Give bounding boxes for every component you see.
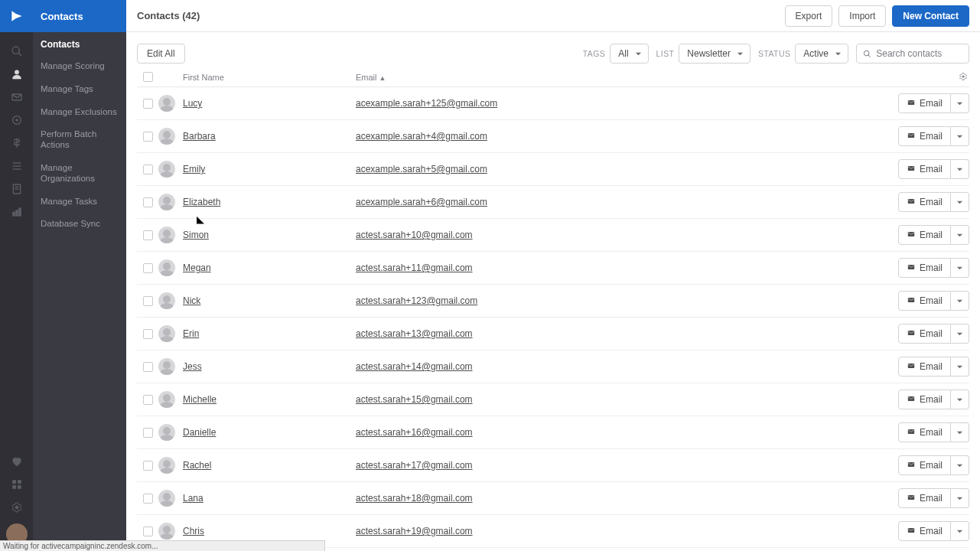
contact-name-link[interactable]: Michelle <box>183 394 217 405</box>
sidenav-item[interactable]: Manage Tags <box>33 78 126 101</box>
row-checkbox[interactable] <box>143 165 153 174</box>
col-first-name[interactable]: First Name <box>183 73 356 82</box>
lists-icon[interactable] <box>0 155 33 178</box>
sidenav-item[interactable]: Manage Scoring <box>33 55 126 78</box>
new-contact-button[interactable]: New Contact <box>892 5 969 27</box>
row-checkbox[interactable] <box>143 461 153 471</box>
row-checkbox[interactable] <box>143 263 153 273</box>
email-button[interactable]: Email <box>898 521 951 541</box>
row-checkbox[interactable] <box>143 494 153 504</box>
row-actions-dropdown[interactable] <box>951 390 969 409</box>
row-actions-dropdown[interactable] <box>951 291 969 311</box>
row-actions-dropdown[interactable] <box>951 422 969 442</box>
sidenav-item[interactable]: Database Sync <box>33 213 126 236</box>
contact-name-link[interactable]: Jess <box>183 361 202 372</box>
contact-email-link[interactable]: acexample.sarah+5@gmail.com <box>356 164 487 174</box>
col-email[interactable]: Email▲ <box>356 73 969 82</box>
row-checkbox[interactable] <box>143 132 153 142</box>
email-button[interactable]: Email <box>898 192 951 212</box>
sidenav-item[interactable]: Perform Batch Actions <box>33 123 126 157</box>
deals-icon[interactable] <box>0 132 33 155</box>
email-button[interactable]: Email <box>898 324 951 344</box>
contact-name-link[interactable]: Erin <box>183 328 199 339</box>
row-checkbox[interactable] <box>143 362 153 372</box>
row-checkbox[interactable] <box>143 230 153 240</box>
row-actions-dropdown[interactable] <box>951 225 969 245</box>
contact-email-link[interactable]: actest.sarah+16@gmail.com <box>356 427 473 438</box>
email-button[interactable]: Email <box>898 159 951 179</box>
forms-icon[interactable] <box>0 178 33 201</box>
search-box[interactable] <box>856 44 969 64</box>
row-actions-dropdown[interactable] <box>951 258 969 278</box>
row-actions-dropdown[interactable] <box>951 126 969 146</box>
row-actions-dropdown[interactable] <box>951 159 969 179</box>
contact-name-link[interactable]: Lana <box>183 493 203 504</box>
contact-email-link[interactable]: actest.sarah+123@gmail.com <box>356 295 477 306</box>
contact-email-link[interactable]: actest.sarah+15@gmail.com <box>356 394 473 405</box>
mail-icon[interactable] <box>0 86 33 109</box>
contact-name-link[interactable]: Rachel <box>183 460 211 471</box>
contact-email-link[interactable]: actest.sarah+10@gmail.com <box>356 230 473 240</box>
contact-email-link[interactable]: acexample.sarah+6@gmail.com <box>356 197 487 207</box>
contact-name-link[interactable]: Megan <box>183 262 211 273</box>
row-actions-dropdown[interactable] <box>951 357 969 377</box>
contact-name-link[interactable]: Elizabeth <box>183 197 220 207</box>
export-button[interactable]: Export <box>785 5 833 27</box>
row-actions-dropdown[interactable] <box>951 93 969 113</box>
email-button[interactable]: Email <box>898 291 951 311</box>
logo[interactable] <box>0 0 33 32</box>
list-dropdown[interactable]: Newsletter <box>679 44 750 64</box>
apps-icon[interactable] <box>0 473 33 496</box>
contact-email-link[interactable]: actest.sarah+14@gmail.com <box>356 361 473 372</box>
tags-dropdown[interactable]: All <box>610 44 648 64</box>
contact-name-link[interactable]: Emily <box>183 164 205 174</box>
sidenav-subheader[interactable]: Contacts <box>33 34 126 55</box>
contact-name-link[interactable]: Barbara <box>183 131 216 142</box>
email-button[interactable]: Email <box>898 455 951 475</box>
import-button[interactable]: Import <box>838 5 886 27</box>
sidenav-item[interactable]: Manage Tasks <box>33 191 126 214</box>
contact-name-link[interactable]: Nick <box>183 295 200 306</box>
settings-icon[interactable] <box>0 496 33 519</box>
contact-email-link[interactable]: acexample.sarah+4@gmail.com <box>356 131 487 142</box>
email-button[interactable]: Email <box>898 488 951 508</box>
search-input[interactable] <box>876 48 962 59</box>
row-checkbox[interactable] <box>143 527 153 536</box>
table-settings-button[interactable] <box>957 70 969 83</box>
row-checkbox[interactable] <box>143 99 153 109</box>
email-button[interactable]: Email <box>898 93 951 113</box>
row-actions-dropdown[interactable] <box>951 488 969 508</box>
contact-email-link[interactable]: actest.sarah+11@gmail.com <box>356 262 473 273</box>
heart-icon[interactable] <box>0 450 33 473</box>
row-actions-dropdown[interactable] <box>951 324 969 344</box>
reports-icon[interactable] <box>0 201 33 223</box>
email-button[interactable]: Email <box>898 390 951 409</box>
row-checkbox[interactable] <box>143 296 153 306</box>
row-actions-dropdown[interactable] <box>951 455 969 475</box>
sidenav-item[interactable]: Manage Exclusions <box>33 101 126 124</box>
select-all-checkbox[interactable] <box>143 72 153 82</box>
contacts-icon[interactable] <box>0 63 33 86</box>
contact-email-link[interactable]: actest.sarah+17@gmail.com <box>356 460 473 471</box>
contact-name-link[interactable]: Chris <box>183 526 204 536</box>
search-icon[interactable] <box>0 40 33 63</box>
contact-name-link[interactable]: Lucy <box>183 98 202 109</box>
row-actions-dropdown[interactable] <box>951 521 969 541</box>
email-button[interactable]: Email <box>898 225 951 245</box>
row-checkbox[interactable] <box>143 329 153 339</box>
contact-email-link[interactable]: actest.sarah+13@gmail.com <box>356 328 473 339</box>
sidenav-item[interactable]: Manage Organizations <box>33 157 126 191</box>
row-actions-dropdown[interactable] <box>951 192 969 212</box>
contact-name-link[interactable]: Danielle <box>183 427 216 438</box>
email-button[interactable]: Email <box>898 126 951 146</box>
contact-email-link[interactable]: actest.sarah+18@gmail.com <box>356 493 473 504</box>
edit-all-button[interactable]: Edit All <box>137 44 185 64</box>
status-dropdown[interactable]: Active <box>795 44 848 64</box>
contact-name-link[interactable]: Simon <box>183 230 209 240</box>
email-button[interactable]: Email <box>898 357 951 377</box>
contact-email-link[interactable]: actest.sarah+19@gmail.com <box>356 526 473 536</box>
row-checkbox[interactable] <box>143 428 153 438</box>
row-checkbox[interactable] <box>143 395 153 405</box>
row-checkbox[interactable] <box>143 197 153 207</box>
contact-email-link[interactable]: acexample.sarah+125@gmail.com <box>356 98 497 109</box>
